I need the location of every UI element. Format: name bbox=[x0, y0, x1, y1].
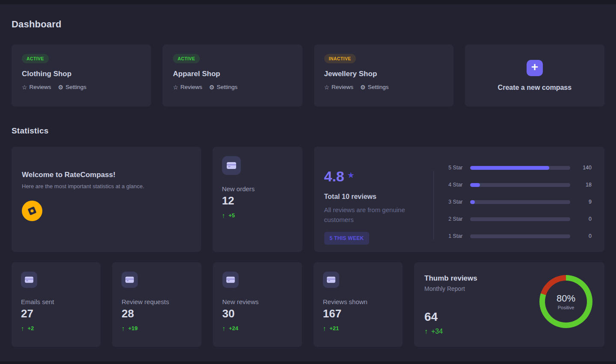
stat-delta-value: +34 bbox=[431, 328, 443, 335]
stat-delta-value: +24 bbox=[229, 325, 238, 331]
stat-card-emails-sent: Emails sent 27 ↑ +2 bbox=[12, 262, 101, 347]
settings-link-label: Settings bbox=[65, 84, 86, 90]
stat-value: 27 bbox=[21, 307, 91, 320]
star-row-label: 1 Star bbox=[443, 233, 463, 239]
rating-summary-card: 4.8 ★ Total 10 reviews All reviews are f… bbox=[314, 147, 605, 252]
credit-card-icon bbox=[222, 156, 241, 175]
stat-label: Emails sent bbox=[21, 298, 91, 305]
welcome-subtitle: Here are the most important statistics a… bbox=[22, 183, 191, 189]
shop-card-clothing: ACTIVE Clothing Shop ☆ Reviews ⚙ Setting… bbox=[12, 44, 151, 107]
stat-card-new-orders: New orders 12 ↑ +5 bbox=[213, 147, 302, 252]
reviews-link[interactable]: ☆ Reviews bbox=[324, 84, 354, 90]
stat-delta: ↑ +19 bbox=[121, 325, 192, 332]
stat-delta: ↑ +2 bbox=[21, 325, 91, 332]
window-top-edge bbox=[0, 0, 616, 4]
reviews-link-label: Reviews bbox=[181, 84, 202, 90]
stat-delta-value: +5 bbox=[228, 212, 235, 219]
star-row: 1 Star0 bbox=[443, 233, 592, 239]
star-row-label: 5 Star bbox=[443, 165, 463, 171]
star-row-count: 140 bbox=[577, 165, 592, 171]
arrow-up-icon: ↑ bbox=[424, 328, 428, 335]
arrow-up-icon: ↑ bbox=[121, 325, 125, 332]
shop-links: ☆ Reviews ⚙ Settings bbox=[173, 84, 292, 90]
shop-name: Jewellery Shop bbox=[324, 70, 443, 78]
star-row-label: 2 Star bbox=[443, 216, 463, 222]
gear-icon: ⚙ bbox=[209, 84, 215, 90]
star-row: 2 Star0 bbox=[443, 216, 592, 222]
create-compass-card[interactable]: + Create a new compass bbox=[465, 44, 604, 107]
rating-subtitle: All reviews are from genuine customers bbox=[324, 205, 410, 225]
star-row: 5 Star140 bbox=[443, 165, 592, 171]
stat-delta: ↑ +5 bbox=[222, 212, 293, 219]
dashboard-page: Dashboard ACTIVE Clothing Shop ☆ Reviews… bbox=[0, 0, 616, 347]
star-distribution-chart: 5 Star1404 Star183 Star92 Star01 Star0 bbox=[434, 147, 592, 252]
credit-card-icon bbox=[222, 272, 239, 288]
thumb-reviews-donut-chart: 80% Positive bbox=[539, 275, 592, 328]
arrow-up-icon: ↑ bbox=[222, 325, 226, 332]
stat-card-new-reviews: New reviews 30 ↑ +24 bbox=[213, 262, 302, 347]
stat-value: 30 bbox=[222, 307, 293, 320]
arrow-up-icon: ↑ bbox=[21, 325, 24, 332]
arrow-up-icon: ↑ bbox=[323, 325, 326, 332]
statistics-top-row: Welcome to RateCompass! Here are the mos… bbox=[12, 147, 604, 252]
stat-delta-value: +21 bbox=[329, 325, 339, 331]
create-compass-label: Create a new compass bbox=[498, 84, 572, 92]
statistics-heading: Statistics bbox=[12, 126, 604, 136]
stat-delta-value: +19 bbox=[128, 325, 138, 331]
stat-value: 12 bbox=[222, 194, 293, 207]
reviews-link[interactable]: ☆ Reviews bbox=[22, 84, 51, 90]
stat-delta: ↑ +21 bbox=[323, 325, 393, 332]
welcome-card: Welcome to RateCompass! Here are the mos… bbox=[12, 147, 201, 252]
shop-links: ☆ Reviews ⚙ Settings bbox=[22, 84, 141, 90]
reviews-link-label: Reviews bbox=[30, 84, 51, 90]
stat-value: 167 bbox=[323, 307, 393, 320]
stat-label: Reviews shown bbox=[323, 298, 393, 305]
credit-card-icon bbox=[21, 272, 37, 288]
shop-name: Apparel Shop bbox=[173, 70, 292, 78]
star-row: 3 Star9 bbox=[443, 199, 592, 205]
thumb-reviews-value: 64 bbox=[424, 310, 539, 324]
thumb-reviews-subtitle: Monthly Report bbox=[424, 285, 539, 292]
settings-link-label: Settings bbox=[368, 84, 389, 90]
arrow-up-icon: ↑ bbox=[222, 212, 225, 219]
star-icon: ☆ bbox=[324, 84, 330, 90]
shop-name: Clothing Shop bbox=[22, 70, 141, 78]
statistics-bottom-row: Emails sent 27 ↑ +2 Review requests 28 ↑… bbox=[12, 262, 604, 347]
shop-card-jewellery: INACTIVE Jewellery Shop ☆ Reviews ⚙ Sett… bbox=[314, 44, 453, 107]
thumb-reviews-card: Thumb reviews Monthly Report 64 ↑ +34 80… bbox=[414, 262, 604, 347]
star-bar-track bbox=[470, 183, 571, 187]
stat-value: 28 bbox=[121, 307, 192, 320]
this-week-badge: 5 THIS WEEK bbox=[324, 232, 370, 245]
star-row-label: 3 Star bbox=[443, 199, 463, 205]
rating-total-label: Total 10 reviews bbox=[324, 193, 433, 201]
star-row-label: 4 Star bbox=[443, 182, 463, 188]
shop-card-apparel: ACTIVE Apparel Shop ☆ Reviews ⚙ Settings bbox=[163, 44, 302, 107]
stat-card-review-requests: Review requests 28 ↑ +19 bbox=[112, 262, 201, 347]
star-row-count: 9 bbox=[577, 199, 592, 205]
ratecompass-logo-icon bbox=[22, 201, 42, 221]
star-bar-track bbox=[470, 234, 571, 238]
star-row-count: 0 bbox=[577, 216, 592, 222]
star-icon: ★ bbox=[347, 170, 355, 180]
settings-link[interactable]: ⚙ Settings bbox=[209, 84, 237, 90]
star-row-count: 18 bbox=[577, 182, 592, 188]
settings-link[interactable]: ⚙ Settings bbox=[360, 84, 388, 90]
plus-icon[interactable]: + bbox=[527, 60, 543, 76]
stat-label: Review requests bbox=[121, 298, 192, 305]
reviews-link-label: Reviews bbox=[332, 84, 353, 90]
reviews-link[interactable]: ☆ Reviews bbox=[173, 84, 202, 90]
settings-link[interactable]: ⚙ Settings bbox=[58, 84, 86, 90]
gear-icon: ⚙ bbox=[360, 84, 366, 90]
star-icon: ☆ bbox=[22, 84, 27, 90]
status-badge: INACTIVE bbox=[324, 54, 356, 63]
rating-summary-left: 4.8 ★ Total 10 reviews All reviews are f… bbox=[324, 147, 433, 252]
rating-score-row: 4.8 ★ bbox=[324, 169, 433, 183]
credit-card-icon bbox=[323, 272, 339, 288]
star-bar-fill bbox=[470, 166, 549, 170]
star-bar-fill bbox=[470, 200, 475, 204]
star-bar-track bbox=[470, 200, 571, 204]
stat-delta: ↑ +34 bbox=[424, 328, 539, 335]
stat-delta: ↑ +24 bbox=[222, 325, 293, 332]
donut-percent: 80% bbox=[557, 293, 575, 304]
page-title: Dashboard bbox=[12, 0, 604, 30]
